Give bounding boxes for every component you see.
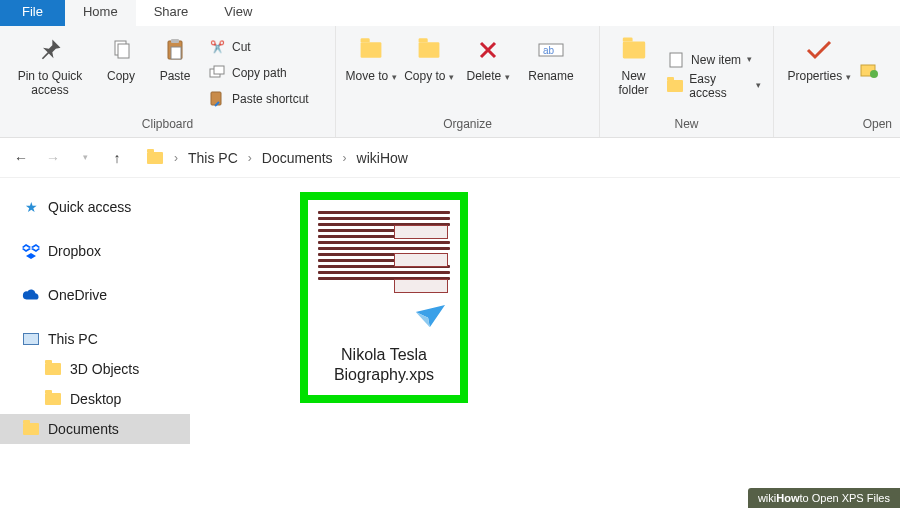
tab-view[interactable]: View <box>206 0 270 26</box>
chevron-down-icon: ▾ <box>392 72 397 82</box>
breadcrumb-this-pc[interactable]: This PC <box>188 150 238 166</box>
easy-access-button[interactable]: Easy access ▾ <box>667 75 761 97</box>
breadcrumb: › This PC › Documents › wikiHow <box>146 149 408 167</box>
file-name: Nikola Tesla Biography.xps <box>318 339 450 385</box>
breadcrumb-wikihow[interactable]: wikiHow <box>357 150 408 166</box>
breadcrumb-documents[interactable]: Documents <box>262 150 333 166</box>
ribbon-group-open: Properties ▾ Open <box>774 26 900 137</box>
move-to-button[interactable]: Move to ▾ <box>342 31 400 115</box>
nav-back-button[interactable]: ← <box>12 150 30 166</box>
delete-icon <box>473 35 503 65</box>
copy-button[interactable]: Copy <box>94 31 148 115</box>
tab-share[interactable]: Share <box>136 0 207 26</box>
tab-home[interactable]: Home <box>65 0 136 26</box>
star-icon: ★ <box>22 198 40 216</box>
scissors-icon: ✂️ <box>208 38 226 56</box>
chevron-down-icon: ▾ <box>449 72 454 82</box>
new-item-icon <box>667 51 685 69</box>
paste-label: Paste <box>160 69 191 83</box>
svg-rect-3 <box>171 39 179 43</box>
folder-icon <box>22 420 40 438</box>
properties-button[interactable]: Properties ▾ <box>780 31 858 115</box>
new-folder-label: New folder <box>606 69 661 97</box>
new-group-label: New <box>606 115 767 135</box>
nav-forward-button[interactable]: → <box>44 150 62 166</box>
open-small-column <box>858 60 884 86</box>
pin-to-quick-access-button[interactable]: Pin to Quick access <box>6 31 94 115</box>
chevron-down-icon: ▾ <box>756 81 761 90</box>
sidebar-item-3d-objects[interactable]: 3D Objects <box>22 354 190 384</box>
file-thumbnail <box>318 211 450 339</box>
sidebar-item-dropbox[interactable]: Dropbox <box>22 236 190 266</box>
paste-shortcut-icon <box>208 90 226 108</box>
copy-path-button[interactable]: Copy path <box>208 62 309 84</box>
copy-label: Copy <box>107 69 135 83</box>
sidebar-item-quick-access[interactable]: ★ Quick access <box>22 192 190 222</box>
sidebar-label: OneDrive <box>48 287 107 303</box>
rename-button[interactable]: ab Rename <box>518 31 584 115</box>
sidebar-item-this-pc[interactable]: This PC <box>22 324 190 354</box>
chevron-down-icon: ▾ <box>747 55 752 64</box>
svg-rect-1 <box>118 44 129 58</box>
file-pane[interactable]: Nikola Tesla Biography.xps <box>190 178 900 508</box>
paste-shortcut-label: Paste shortcut <box>232 92 309 106</box>
pin-icon <box>35 35 65 65</box>
folder-icon <box>44 390 62 408</box>
organize-group-label: Organize <box>342 115 593 135</box>
cut-button[interactable]: ✂️ Cut <box>208 36 309 58</box>
paste-button[interactable]: Paste <box>148 31 202 115</box>
pin-to-quick-access-label: Pin to Quick access <box>6 69 94 97</box>
sidebar-label: Documents <box>48 421 119 437</box>
nav-up-button[interactable]: ↑ <box>108 150 126 166</box>
easy-access-icon <box>667 77 683 95</box>
rename-label: Rename <box>528 69 573 83</box>
paper-plane-icon <box>412 300 446 337</box>
copy-path-label: Copy path <box>232 66 287 80</box>
ribbon-group-organize: Move to ▾ Copy to ▾ Delete ▾ ab Rename <box>336 26 600 137</box>
sidebar-item-desktop[interactable]: Desktop <box>22 384 190 414</box>
svg-point-12 <box>870 70 878 78</box>
breadcrumb-sep: › <box>174 151 178 165</box>
copy-to-button[interactable]: Copy to ▾ <box>400 31 458 115</box>
delete-button[interactable]: Delete ▾ <box>458 31 518 115</box>
sidebar-item-documents[interactable]: Documents <box>0 414 190 444</box>
chevron-down-icon: ▾ <box>846 72 851 82</box>
svg-text:ab: ab <box>543 45 555 56</box>
open-group-label: Open <box>780 115 894 135</box>
tab-file[interactable]: File <box>0 0 65 26</box>
sidebar-label: Dropbox <box>48 243 101 259</box>
rename-icon: ab <box>536 35 566 65</box>
ribbon-group-new: New folder New item ▾ Easy access ▾ <box>600 26 774 137</box>
sidebar-label: Quick access <box>48 199 131 215</box>
delete-label: Delete <box>466 69 501 83</box>
ribbon-group-clipboard: Pin to Quick access Copy Paste ✂️ Cut <box>0 26 336 137</box>
easy-access-label: Easy access <box>689 72 750 100</box>
ribbon: Pin to Quick access Copy Paste ✂️ Cut <box>0 26 900 138</box>
svg-rect-4 <box>171 47 181 59</box>
move-to-icon <box>356 35 386 65</box>
breadcrumb-sep: › <box>343 151 347 165</box>
new-folder-button[interactable]: New folder <box>606 31 661 115</box>
sidebar-label: This PC <box>48 331 98 347</box>
move-to-label: Move to <box>345 69 388 83</box>
tab-strip: File Home Share View <box>0 0 900 26</box>
onedrive-icon <box>22 286 40 304</box>
clipboard-group-label: Clipboard <box>6 115 329 135</box>
wikihow-badge: wikiHow to Open XPS Files <box>748 488 900 508</box>
breadcrumb-sep: › <box>248 151 252 165</box>
open-icon[interactable] <box>860 62 878 84</box>
copy-path-icon <box>208 64 226 82</box>
paste-icon <box>160 35 190 65</box>
sidebar-item-onedrive[interactable]: OneDrive <box>22 280 190 310</box>
file-item-xps[interactable]: Nikola Tesla Biography.xps <box>300 192 468 403</box>
nav-history-button[interactable]: ▾ <box>76 153 94 162</box>
cut-label: Cut <box>232 40 251 54</box>
checkmark-icon <box>804 35 834 65</box>
dropbox-icon <box>22 242 40 260</box>
new-item-button[interactable]: New item ▾ <box>667 49 761 71</box>
svg-rect-10 <box>670 53 682 67</box>
monitor-icon <box>22 330 40 348</box>
copy-to-label: Copy to <box>404 69 445 83</box>
paste-shortcut-button[interactable]: Paste shortcut <box>208 88 309 110</box>
copy-icon <box>106 35 136 65</box>
